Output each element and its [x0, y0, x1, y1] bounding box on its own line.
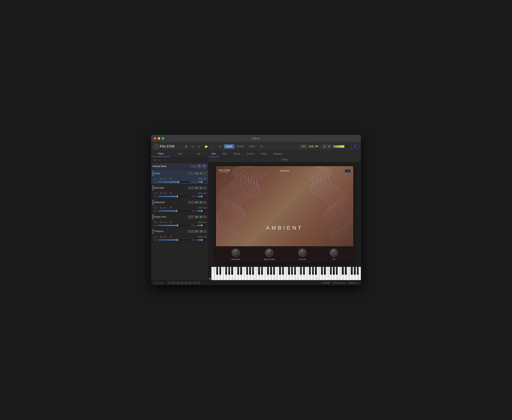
black-key[interactable]	[240, 267, 242, 275]
midi-ch-2[interactable]: 2	[172, 282, 175, 284]
midi-ch-3[interactable]: 3	[176, 282, 179, 284]
tab-mods[interactable]: Mods	[257, 151, 270, 157]
bellissima-arrow-right[interactable]: ›	[191, 201, 194, 204]
black-key[interactable]	[357, 267, 359, 275]
tab-events[interactable]: Events	[244, 151, 257, 157]
multi-knob-2[interactable]	[202, 164, 207, 168]
black-key[interactable]	[342, 267, 344, 275]
keytar-pan-slider[interactable]	[197, 225, 207, 226]
arena-pan-slider[interactable]	[197, 181, 207, 182]
keytar-arrow-right[interactable]: ›	[191, 215, 194, 218]
arena-vol-thumb[interactable]	[178, 181, 179, 183]
tab-info[interactable]: Info	[208, 151, 219, 157]
tab-edit[interactable]: Edit	[219, 151, 230, 157]
arrow-left[interactable]: ‹	[190, 165, 193, 168]
arena-channel[interactable]: A1	[194, 172, 199, 175]
thrillorus-pan-slider[interactable]	[197, 239, 207, 240]
black-key[interactable]	[249, 267, 251, 275]
black-key[interactable]	[246, 267, 248, 275]
bike-bells-vol-thumb[interactable]	[177, 195, 178, 198]
black-key[interactable]	[252, 267, 254, 275]
black-key[interactable]	[231, 267, 233, 275]
black-key[interactable]	[294, 267, 296, 275]
keytar-arrow-left[interactable]: ‹	[188, 215, 191, 218]
multi-knob-1[interactable]	[197, 164, 202, 168]
white-key[interactable]: C1	[211, 267, 214, 280]
black-key[interactable]	[279, 267, 281, 275]
keytar-solo[interactable]: S	[203, 216, 207, 218]
black-key[interactable]	[345, 267, 346, 275]
black-key[interactable]	[351, 267, 353, 275]
bike-bells-pan-slider[interactable]	[197, 196, 207, 197]
cursor-button[interactable]: ⌥	[153, 158, 157, 162]
black-key[interactable]	[282, 267, 284, 275]
piano-keys[interactable]: C1C2C3C4C5C6C7C8	[211, 267, 361, 280]
black-key[interactable]	[312, 267, 314, 275]
bike-bells-pan-thumb[interactable]	[202, 195, 202, 198]
reverb-knob[interactable]	[298, 248, 307, 257]
bellissima-solo[interactable]: S	[203, 201, 207, 204]
black-key[interactable]	[219, 267, 221, 275]
tape-exciter-knob[interactable]	[265, 248, 273, 257]
bellissima-arrow-left[interactable]: ‹	[188, 201, 191, 204]
bike-bells-mute[interactable]: M	[199, 187, 203, 189]
black-key[interactable]	[333, 267, 335, 275]
black-key[interactable]	[261, 267, 263, 275]
midi-ch-5[interactable]: 5	[184, 282, 188, 284]
bellissima-pan-slider[interactable]	[197, 210, 207, 211]
bike-bells-arrow-left[interactable]: ‹	[188, 186, 191, 189]
add-button[interactable]: +	[158, 158, 162, 162]
folder-button[interactable]: 📁	[203, 144, 209, 149]
stop-button[interactable]: ■	[322, 144, 327, 149]
arena-mute[interactable]: M	[199, 172, 203, 175]
play-button[interactable]: ▶	[327, 144, 331, 149]
undo-button[interactable]: ↩	[190, 144, 195, 149]
bellissima-vol-thumb[interactable]	[176, 210, 177, 212]
black-key[interactable]	[336, 267, 338, 275]
midi-ch-4[interactable]: 4	[180, 282, 183, 284]
tab-list[interactable]: List	[189, 151, 208, 157]
black-key[interactable]	[354, 267, 356, 275]
nav-tab-display[interactable]: ⬛	[258, 144, 265, 149]
midi-ch-8[interactable]: 8	[197, 282, 200, 284]
minimize-button[interactable]	[158, 137, 160, 140]
arena-pan-thumb[interactable]	[202, 181, 202, 183]
black-key[interactable]	[291, 267, 293, 275]
keytar-mute[interactable]: M	[199, 216, 203, 218]
thrillorus-arrow-left[interactable]: ‹	[188, 230, 191, 233]
remove-button[interactable]: −	[163, 158, 167, 162]
black-key[interactable]	[309, 267, 311, 275]
thrillorus-vol-slider[interactable]	[158, 239, 190, 240]
black-key[interactable]	[273, 267, 275, 275]
midi-ch-7[interactable]: 7	[193, 282, 196, 284]
black-key[interactable]	[228, 267, 230, 275]
arena-arrow-left[interactable]: ‹	[188, 172, 191, 175]
midi-ch-6[interactable]: 6	[188, 282, 192, 284]
tap-button[interactable]: TAP	[300, 145, 307, 148]
black-key[interactable]	[303, 267, 305, 275]
arena-solo[interactable]: S	[203, 172, 207, 175]
bellissima-vol-slider[interactable]	[158, 210, 190, 211]
tab-parts[interactable]: Parts	[151, 151, 170, 157]
overdrive-knob[interactable]	[232, 248, 240, 257]
tab-tree[interactable]: Tree	[170, 151, 189, 157]
maximize-button[interactable]	[162, 137, 164, 140]
bike-bells-arrow-right[interactable]: ›	[191, 186, 194, 189]
thrillorus-mute[interactable]: M	[199, 230, 203, 233]
tab-mappers[interactable]: Mappers	[270, 151, 286, 157]
hamburger-button[interactable]: ☰	[184, 144, 188, 149]
black-key[interactable]	[225, 267, 227, 275]
redo-button[interactable]: ↪	[197, 144, 202, 149]
thrillorus-arrow-right[interactable]: ›	[191, 230, 194, 233]
black-key[interactable]	[237, 267, 239, 275]
keytar-pan-thumb[interactable]	[202, 224, 202, 227]
arena-vol-slider[interactable]	[158, 181, 190, 182]
black-key[interactable]	[288, 267, 290, 275]
keytar-vol-thumb[interactable]	[177, 224, 178, 227]
arena-arrow-right[interactable]: ›	[191, 172, 194, 175]
thrillorus-channel[interactable]: A*	[195, 230, 199, 233]
nav-tab-perf[interactable]: PERF	[247, 144, 257, 149]
black-key[interactable]	[270, 267, 272, 275]
black-key[interactable]	[321, 267, 323, 275]
black-key[interactable]	[216, 267, 218, 275]
